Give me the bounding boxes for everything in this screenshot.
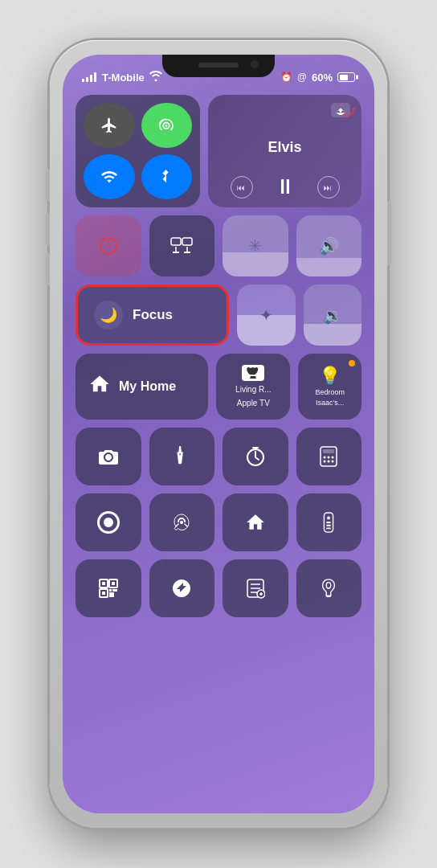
control-center: Elvis ⏮ ⏸ ⏭ <box>76 95 361 800</box>
volume-speaker-icon: 🔉 <box>323 306 342 325</box>
bluetooth-button[interactable] <box>141 154 193 199</box>
calculator-button[interactable] <box>296 428 362 485</box>
orientation-lock-button[interactable] <box>76 215 141 276</box>
svg-text:⏮: ⏮ <box>237 183 245 192</box>
brightness-slider[interactable]: ✳ <box>223 215 288 276</box>
play-pause-button[interactable]: ⏸ <box>275 174 296 199</box>
battery-icon <box>337 72 355 82</box>
svg-rect-21 <box>326 522 331 523</box>
record-icon <box>97 511 120 534</box>
row-apps1 <box>76 428 361 485</box>
row-home: My Home Living R... Apple TV 💡 Bed <box>76 354 361 420</box>
svg-rect-28 <box>112 582 115 585</box>
svg-rect-3 <box>171 238 181 245</box>
bedroom-status-dot <box>349 360 355 366</box>
np-top <box>219 103 350 117</box>
brightness-vertical-slider[interactable]: ✦ <box>237 285 296 346</box>
volume-slider[interactable]: 🔊 <box>296 215 362 276</box>
bedroom-tile[interactable]: 💡 Bedroom Isaac's... <box>298 354 361 420</box>
wifi-button[interactable] <box>84 154 135 199</box>
brightness-sun-icon: ✦ <box>259 305 273 325</box>
svg-point-17 <box>332 461 334 463</box>
brightness-icon: ✳ <box>248 236 262 256</box>
svg-rect-29 <box>102 592 105 595</box>
phone-frame: T-Mobile ⏰ @ 60% <box>50 40 387 828</box>
svg-rect-11 <box>323 449 334 453</box>
row-connectivity-nowplaying: Elvis ⏮ ⏸ ⏭ <box>76 95 361 207</box>
svg-point-14 <box>332 457 334 459</box>
volume-vertical-fill <box>304 324 362 346</box>
notes-button[interactable] <box>223 559 288 617</box>
flashlight-button[interactable] <box>149 428 215 485</box>
svg-rect-4 <box>182 238 192 245</box>
location-icon: @ <box>297 72 307 83</box>
my-home-label: My Home <box>119 379 176 394</box>
brightness-fill <box>223 252 288 276</box>
svg-point-12 <box>324 457 326 459</box>
volume-vertical-slider[interactable]: 🔉 <box>304 285 362 346</box>
svg-rect-31 <box>112 589 117 592</box>
row-apps3 <box>76 559 361 617</box>
apple-tv-line1: Living R... <box>235 384 271 395</box>
svg-rect-32 <box>109 592 114 597</box>
svg-text:⏭: ⏭ <box>324 183 332 192</box>
status-right: ⏰ @ 60% <box>280 72 355 84</box>
carrier-label: T-Mobile <box>102 72 145 84</box>
signal-bar-3 <box>90 75 92 82</box>
apple-tv-logo <box>242 365 264 381</box>
notch <box>162 55 275 77</box>
now-playing-title: Elvis <box>219 139 350 156</box>
wifi-status-icon <box>149 71 162 84</box>
apple-tv-line2: Apple TV <box>237 398 270 408</box>
bedroom-line1: Bedroom <box>315 388 345 397</box>
signal-bars <box>82 72 96 82</box>
svg-point-13 <box>328 457 330 459</box>
battery-fill <box>340 75 348 80</box>
bedroom-line2: Isaac's... <box>316 399 344 407</box>
row-quick-tiles: ✳ 🔊 <box>76 215 361 276</box>
record-button[interactable] <box>76 493 141 551</box>
soundrecog-button[interactable] <box>149 493 215 551</box>
home-icon <box>88 373 111 401</box>
bedroom-icon: 💡 <box>319 366 341 387</box>
qrcode-button[interactable] <box>76 559 141 617</box>
focus-moon-icon: 🌙 <box>94 301 123 330</box>
phone-screen: T-Mobile ⏰ @ 60% <box>63 55 374 813</box>
my-home-button[interactable]: My Home <box>76 354 208 420</box>
svg-rect-27 <box>102 582 105 585</box>
screen-mirror-button[interactable] <box>149 215 215 276</box>
hearingaid-button[interactable] <box>296 559 362 617</box>
signal-bar-2 <box>86 77 88 82</box>
row-apps2 <box>76 493 361 551</box>
svg-point-20 <box>327 517 330 520</box>
status-left: T-Mobile <box>82 71 162 84</box>
connectivity-tile <box>76 95 200 207</box>
signal-bar-4 <box>94 72 96 82</box>
volume-fill <box>296 258 362 276</box>
focus-button[interactable]: 🌙 Focus <box>76 285 229 346</box>
record-dot <box>104 518 113 527</box>
cellular-button[interactable] <box>141 103 193 148</box>
skip-back-button[interactable]: ⏮ <box>231 176 253 199</box>
svg-rect-23 <box>326 528 331 530</box>
svg-point-16 <box>328 461 330 463</box>
svg-rect-22 <box>326 525 331 526</box>
focus-label: Focus <box>133 307 173 323</box>
volume-icon: 🔊 <box>319 236 339 256</box>
camera-button[interactable] <box>76 428 141 485</box>
alarm-icon: ⏰ <box>280 72 292 83</box>
speaker <box>198 63 239 68</box>
timer-button[interactable] <box>223 428 288 485</box>
camera <box>251 60 259 68</box>
remote-button[interactable] <box>296 493 362 551</box>
svg-point-15 <box>324 461 326 463</box>
battery-percent: 60% <box>312 72 333 84</box>
airplane-mode-button[interactable] <box>84 103 135 148</box>
shazam-button[interactable] <box>149 559 215 617</box>
svg-point-18 <box>180 521 183 524</box>
svg-point-40 <box>326 583 331 588</box>
svg-rect-30 <box>109 589 112 592</box>
skip-forward-button[interactable]: ⏭ <box>317 176 340 199</box>
apple-tv-tile[interactable]: Living R... Apple TV <box>216 354 290 420</box>
home2-button[interactable] <box>223 493 288 551</box>
